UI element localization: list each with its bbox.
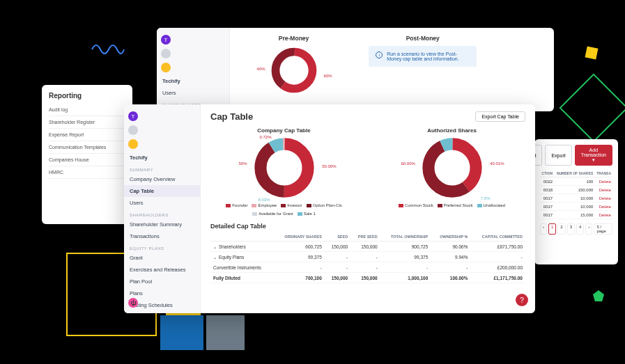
sidebar: T Techify SUMMARY Company Overview Cap T… bbox=[124, 104, 201, 313]
table-row[interactable]: ⌄Equity Plans99,375--99,3759.94%- bbox=[210, 252, 525, 262]
info-text: Run a scenario to view the Post-Money ca… bbox=[387, 52, 470, 61]
delete-link[interactable]: Delete bbox=[594, 203, 612, 211]
sidebar-item-plans[interactable]: Plans bbox=[124, 287, 200, 299]
chart-label: 8.03% bbox=[259, 198, 270, 202]
decorative-square bbox=[585, 47, 599, 60]
chart-title: Company Cap Table bbox=[210, 127, 357, 134]
import-button[interactable]: Import bbox=[534, 145, 542, 166]
company-name: Techify bbox=[157, 75, 229, 87]
page-title: Reporting bbox=[49, 92, 125, 100]
transactions-table: CTIONNUMBER OF SHARESTRANSA 0022100Delet… bbox=[540, 170, 612, 219]
report-item[interactable]: HMRC bbox=[49, 166, 125, 179]
table-row: 001710,000Delete bbox=[540, 203, 612, 211]
add-transaction-button[interactable]: Add Transaction ▾ bbox=[575, 145, 612, 166]
table-row: 0018150,000Delete bbox=[540, 186, 612, 194]
sidebar-header: EQUITY PLANS bbox=[124, 242, 200, 252]
org-icon[interactable]: T bbox=[128, 111, 138, 121]
table-header-row: ORDINARY SHARESSEEDPRE SEEDTOTAL OWNERSH… bbox=[210, 232, 525, 242]
premoney-chart: Pre-Money 40% 60% bbox=[240, 35, 348, 97]
sidebar-item-transactions[interactable]: Transactions bbox=[124, 230, 200, 242]
sidebar-item-cap-table[interactable]: Cap Table bbox=[124, 185, 200, 197]
donut-icon bbox=[253, 136, 316, 199]
nav-icon[interactable] bbox=[161, 63, 171, 72]
delete-link[interactable]: Delete bbox=[594, 211, 612, 219]
sidebar-item-shareholder-summary[interactable]: Shareholder Summary bbox=[124, 219, 200, 230]
section-title: Detailed Cap Table bbox=[210, 223, 525, 230]
info-box: i Run a scenario to view the Post-Money … bbox=[369, 46, 477, 67]
chart-label: 50% bbox=[239, 161, 247, 166]
window-cap-table: T Techify SUMMARY Company Overview Cap T… bbox=[124, 104, 535, 313]
delete-link[interactable]: Delete bbox=[594, 194, 612, 203]
company-cap-table-chart: Company Cap Table 0.72% 50% 50.00% 8.03%… bbox=[210, 127, 357, 216]
report-item[interactable]: Audit log bbox=[49, 104, 125, 116]
table-row: 0022100Delete bbox=[540, 177, 612, 186]
table-row: 001715,000Delete bbox=[540, 211, 612, 219]
nav-icon[interactable] bbox=[128, 139, 138, 149]
nav-icon[interactable] bbox=[128, 125, 138, 135]
sidebar-header: SHAREHOLDERS bbox=[124, 209, 200, 219]
org-icon[interactable]: T bbox=[161, 35, 171, 45]
decorative-pentagon bbox=[593, 290, 604, 301]
sidebar-item-company-overview[interactable]: Company Overview bbox=[124, 173, 200, 185]
pagination: ‹ 1 2 3 4 › 5 / page bbox=[540, 223, 612, 235]
table-row: Fully Diluted700,100150,000150,0001,000,… bbox=[210, 273, 525, 283]
table-row[interactable]: ⌄Shareholders600,725150,000150,000900,72… bbox=[210, 242, 525, 252]
page-number[interactable]: 2 bbox=[557, 223, 565, 235]
page-title: Cap Table bbox=[210, 111, 253, 122]
chart-label: 60% bbox=[324, 74, 332, 78]
page-size[interactable]: 5 / page bbox=[594, 223, 612, 235]
sidebar-item-termination[interactable]: Termination Rules bbox=[124, 311, 200, 313]
chevron-down-icon: ⌄ bbox=[213, 255, 217, 260]
report-item[interactable]: Shareholder Register bbox=[49, 116, 125, 129]
page-number[interactable]: 1 bbox=[548, 223, 556, 235]
decorative-squiggle bbox=[91, 39, 125, 60]
window-reporting: Reporting Audit log Shareholder Register… bbox=[42, 85, 132, 224]
detailed-cap-table: ORDINARY SHARESSEEDPRE SEEDTOTAL OWNERSH… bbox=[210, 232, 525, 283]
nav-icon[interactable] bbox=[161, 49, 171, 58]
table-row: 001710,000Delete bbox=[540, 194, 612, 203]
sidebar-header: SUMMARY bbox=[124, 164, 200, 173]
sidebar-item-exercises[interactable]: Exercises and Releases bbox=[124, 264, 200, 276]
report-item[interactable]: Companies House bbox=[49, 154, 125, 166]
decorative-diamond bbox=[560, 74, 625, 143]
legend: Common Stock Preferred Stock Unallocated bbox=[378, 203, 525, 207]
donut-icon bbox=[270, 46, 318, 95]
chevron-down-icon: ⌄ bbox=[213, 244, 217, 249]
sidebar-item-users[interactable]: Users bbox=[157, 87, 229, 99]
delete-link[interactable]: Delete bbox=[594, 177, 612, 186]
export-button[interactable]: Export bbox=[545, 145, 571, 166]
export-cap-table-button[interactable]: Export Cap Table bbox=[475, 111, 525, 122]
chart-label: 60.00% bbox=[401, 161, 415, 166]
page-number[interactable]: 4 bbox=[576, 223, 584, 235]
chart-label: 50.00% bbox=[322, 164, 336, 168]
donut-icon bbox=[421, 136, 484, 199]
chart-title: Pre-Money bbox=[240, 35, 348, 42]
company-name: Techify bbox=[124, 152, 200, 164]
delete-link[interactable]: Delete bbox=[594, 186, 612, 194]
chart-label: 40.01% bbox=[490, 161, 504, 166]
page-number[interactable]: 3 bbox=[567, 223, 575, 235]
window-premoney: T Techify Users SHAREHOLDERS Shareholder… bbox=[157, 28, 554, 111]
chart-label: 0.72% bbox=[260, 135, 272, 139]
info-icon: i bbox=[376, 52, 383, 58]
page-prev[interactable]: ‹ bbox=[540, 223, 547, 235]
chart-label: 7.0% bbox=[481, 196, 491, 200]
report-item[interactable]: Expense Report bbox=[49, 129, 125, 141]
authorized-shares-chart: Authorized Shares 60.00% 40.01% 7.0% Com… bbox=[378, 127, 525, 216]
sidebar-item-users[interactable]: Users bbox=[124, 197, 200, 209]
help-button[interactable]: ? bbox=[516, 294, 528, 306]
sidebar-item-plan-pool[interactable]: Plan Pool bbox=[124, 276, 200, 287]
chart-title: Authorized Shares bbox=[378, 127, 525, 134]
sidebar: T Techify Users SHAREHOLDERS Shareholder… bbox=[157, 28, 230, 111]
page-next[interactable]: › bbox=[585, 223, 592, 235]
report-item[interactable]: Communication Templates bbox=[49, 141, 125, 154]
chart-label: 40% bbox=[257, 67, 265, 71]
legend: Founder Employee Investor Option Plan-CI… bbox=[210, 203, 357, 216]
sidebar-item-grant[interactable]: Grant bbox=[124, 252, 200, 264]
postmoney-panel: Post-Money i Run a scenario to view the … bbox=[369, 35, 477, 97]
power-icon[interactable]: ⏻ bbox=[128, 298, 138, 308]
chart-title: Post-Money bbox=[369, 35, 477, 42]
table-row: Convertible Instruments-----£200,000.00 bbox=[210, 262, 525, 273]
window-transactions: Import Export Add Transaction ▾ CTIONNUM… bbox=[534, 139, 618, 264]
